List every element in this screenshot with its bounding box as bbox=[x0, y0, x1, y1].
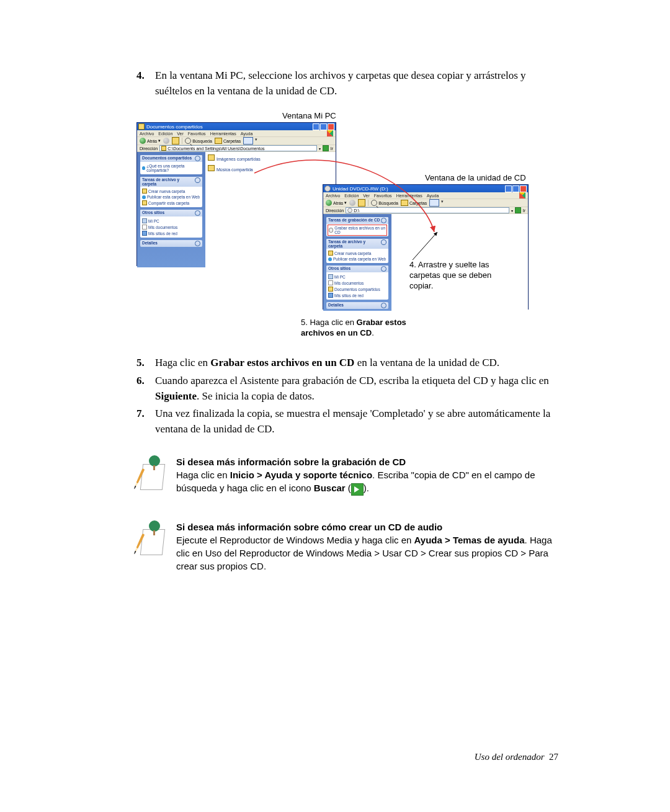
panel-filetasks: Tareas de archivo y carpeta Crear nueva … bbox=[140, 177, 202, 207]
menu-item[interactable]: Favoritos bbox=[188, 132, 206, 136]
up-button[interactable] bbox=[358, 199, 365, 207]
task-link[interactable]: Mis documentos bbox=[328, 280, 386, 286]
toolbar: Atrás ▾ Búsqueda Carpetas bbox=[137, 137, 336, 145]
minimize-button[interactable] bbox=[313, 123, 319, 130]
search-button[interactable]: Búsqueda bbox=[185, 138, 212, 144]
task-link[interactable]: ¿Qué es una carpeta compartida? bbox=[142, 163, 200, 173]
tip-heading: Si desea más información sobre cómo crea… bbox=[176, 520, 558, 533]
task-link[interactable]: Mi PC bbox=[142, 218, 200, 224]
windows-logo-icon bbox=[327, 130, 333, 136]
chevron-icon[interactable] bbox=[195, 156, 200, 161]
panel-head: Otros sitios bbox=[142, 210, 164, 216]
chevron-icon[interactable] bbox=[195, 177, 200, 183]
step-number: 4. bbox=[136, 68, 155, 99]
addr-box[interactable]: D:\ bbox=[346, 207, 509, 213]
panel-head: Otros sitios bbox=[328, 266, 351, 272]
menu-item[interactable]: Archivo bbox=[140, 132, 154, 136]
panel-details: Detalles bbox=[326, 302, 388, 309]
panel-head: Documentos compartidos bbox=[142, 156, 192, 161]
folders-button[interactable]: Carpetas bbox=[215, 138, 241, 144]
folder-content: Imágenes compartidas Música compartida bbox=[205, 152, 336, 267]
up-button[interactable] bbox=[172, 137, 179, 145]
tip-cd-info: Si desea más información sobre la grabac… bbox=[136, 455, 558, 495]
back-button[interactable]: Atrás ▾ bbox=[140, 138, 161, 144]
folder-item[interactable]: Música compartida bbox=[208, 165, 333, 172]
go-label: Ir bbox=[523, 208, 525, 213]
task-link[interactable]: Publicar esta carpeta en Web bbox=[142, 194, 200, 200]
folders-button[interactable]: Carpetas bbox=[401, 200, 427, 206]
note-icon bbox=[136, 455, 168, 493]
panel-details: Detalles bbox=[140, 240, 202, 247]
addr-label: Dirección bbox=[326, 208, 344, 213]
views-button[interactable] bbox=[429, 199, 439, 207]
panel-shared: Documentos compartidos ¿Qué es una carpe… bbox=[140, 155, 202, 174]
task-sidebar: Documentos compartidos ¿Qué es una carpe… bbox=[137, 152, 205, 267]
chevron-icon[interactable] bbox=[195, 241, 200, 246]
chevron-icon[interactable] bbox=[381, 266, 386, 272]
step-6: 6. Cuando aparezca el Asistente para gra… bbox=[136, 373, 558, 404]
menu-item[interactable]: Favoritos bbox=[374, 194, 392, 198]
tip-audio-cd: Si desea más información sobre cómo crea… bbox=[136, 520, 558, 573]
views-button[interactable] bbox=[243, 137, 253, 145]
panel-head: Detalles bbox=[328, 303, 344, 308]
window-title: Documentos compartidos bbox=[146, 124, 203, 130]
go-button[interactable] bbox=[323, 145, 329, 151]
chevron-icon[interactable] bbox=[195, 210, 200, 216]
panel-burncd: Tareas de grabación de CD Grabar estos a… bbox=[326, 217, 388, 236]
task-link[interactable]: Publicar esta carpeta en Web bbox=[328, 256, 386, 262]
windows-logo-icon bbox=[519, 192, 525, 199]
menu-item[interactable]: Ver bbox=[363, 194, 370, 198]
menu-item[interactable]: Ayuda bbox=[427, 194, 439, 198]
window-mipc: Documentos compartidos Archivo Edición V… bbox=[136, 122, 336, 266]
task-burn-cd[interactable]: Grabar estos archivos en un CD bbox=[328, 225, 386, 235]
addr-box[interactable]: C:\Documents and Settings\All Users\Docu… bbox=[159, 145, 317, 151]
cd-icon bbox=[324, 185, 331, 192]
forward-button[interactable] bbox=[349, 200, 355, 206]
menu-item[interactable]: Archivo bbox=[326, 194, 340, 198]
menu-item[interactable]: Ver bbox=[177, 132, 184, 136]
task-link[interactable]: Mis sitios de red bbox=[142, 230, 200, 236]
menu-item[interactable]: Herramientas bbox=[396, 194, 422, 198]
tip-heading: Si desea más información sobre la grabac… bbox=[176, 455, 558, 468]
folder-item[interactable]: Imágenes compartidas bbox=[208, 154, 333, 161]
addressbar: Dirección D:\ ▾ Ir bbox=[323, 207, 528, 214]
task-link[interactable]: Crear nueva carpeta bbox=[142, 188, 200, 194]
caption-cd: Ventana de la unidad de CD bbox=[425, 173, 526, 182]
forward-button[interactable] bbox=[163, 138, 169, 144]
tip-body: Haga clic en Inicio > Ayuda y soporte té… bbox=[176, 468, 558, 495]
task-link[interactable]: Mis documentos bbox=[142, 224, 200, 230]
task-link[interactable]: Mis sitios de red bbox=[328, 292, 386, 298]
titlebar: Unidad DVD/CD-RW (D:) bbox=[323, 185, 528, 192]
maximize-button[interactable] bbox=[512, 185, 519, 192]
task-link[interactable]: Mi PC bbox=[328, 274, 386, 280]
search-arrow-icon bbox=[351, 483, 364, 496]
toolbar: Atrás ▾ Búsqueda Carpetas bbox=[323, 199, 528, 207]
back-button[interactable]: Atrás ▾ bbox=[326, 200, 347, 206]
close-button[interactable] bbox=[520, 185, 527, 192]
task-link[interactable]: Compartir esta carpeta bbox=[142, 200, 200, 206]
go-button[interactable] bbox=[515, 207, 521, 213]
menubar: Archivo Edición Ver Favoritos Herramient… bbox=[323, 192, 528, 199]
minimize-button[interactable] bbox=[505, 185, 512, 192]
task-sidebar: Tareas de grabación de CD Grabar estos a… bbox=[323, 214, 391, 311]
menu-item[interactable]: Herramientas bbox=[210, 132, 236, 136]
callout-burn: 5. Haga clic en Grabar estos archivos en… bbox=[301, 318, 437, 339]
menu-item[interactable]: Edición bbox=[158, 132, 172, 136]
chevron-icon[interactable] bbox=[381, 218, 386, 223]
panel-other: Otros sitios Mi PC Mis documentos Docume… bbox=[326, 265, 388, 300]
task-link[interactable]: Crear nueva carpeta bbox=[328, 250, 386, 256]
chevron-icon[interactable] bbox=[381, 303, 386, 308]
search-button[interactable]: Búsqueda bbox=[371, 200, 398, 206]
panel-filetasks: Tareas de archivo y carpeta Crear nueva … bbox=[326, 239, 388, 263]
maximize-button[interactable] bbox=[320, 123, 327, 130]
panel-head: Tareas de archivo y carpeta bbox=[142, 177, 195, 186]
step-4: 4. En la ventana Mi PC, seleccione los a… bbox=[136, 68, 558, 99]
go-label: Ir bbox=[331, 146, 333, 151]
tip-body: Ejecute el Reproductor de Windows Media … bbox=[176, 533, 558, 573]
task-link[interactable]: Documentos compartidos bbox=[328, 286, 386, 292]
menu-item[interactable]: Edición bbox=[344, 194, 359, 198]
close-button[interactable] bbox=[328, 123, 334, 130]
menu-item[interactable]: Ayuda bbox=[241, 132, 253, 136]
panel-other: Otros sitios Mi PC Mis documentos Mis si… bbox=[140, 210, 202, 238]
chevron-icon[interactable] bbox=[381, 239, 386, 245]
